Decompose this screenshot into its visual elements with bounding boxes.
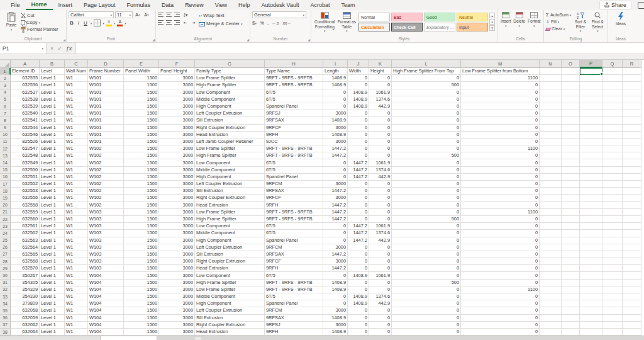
cell-G38[interactable]: Head Extrusion bbox=[195, 329, 265, 336]
cell-N19[interactable] bbox=[540, 195, 562, 201]
cell-J15[interactable]: 1447.2 bbox=[348, 167, 369, 174]
cell-J5[interactable]: 1408.9 bbox=[348, 96, 369, 103]
cell-O14[interactable] bbox=[562, 159, 580, 166]
cell-B26[interactable]: Level 1 bbox=[40, 244, 65, 251]
cell-E36[interactable]: 1500 bbox=[124, 315, 159, 322]
cell-F35[interactable]: 3000 bbox=[159, 307, 195, 314]
cell-D4[interactable]: W101 bbox=[88, 89, 124, 96]
cell-O18[interactable] bbox=[562, 188, 580, 195]
cell-J2[interactable]: 0 bbox=[348, 75, 369, 82]
cell-K37[interactable]: 0 bbox=[369, 322, 392, 329]
cell-C18[interactable]: W1 bbox=[65, 188, 88, 195]
cell-N13[interactable] bbox=[540, 152, 562, 159]
font-color-button[interactable]: A bbox=[117, 20, 123, 26]
cell-K13[interactable]: 0 bbox=[369, 152, 392, 159]
cell-M30[interactable]: 0 bbox=[461, 272, 540, 279]
cell-C12[interactable]: W1 bbox=[65, 145, 88, 152]
cell-R27[interactable] bbox=[623, 251, 641, 258]
cell-J28[interactable]: 0 bbox=[348, 258, 369, 265]
cell-E37[interactable]: 1500 bbox=[124, 322, 159, 329]
comments-icon[interactable] bbox=[638, 2, 644, 9]
wrap-text-button[interactable]: ↩ Wrap Text bbox=[199, 13, 242, 19]
row-header-22[interactable]: 22 bbox=[0, 216, 11, 223]
insert-cells-button[interactable]: Insert ▾ bbox=[499, 11, 512, 37]
cell-P33[interactable] bbox=[580, 293, 602, 300]
cell-A25[interactable]: 632563 bbox=[11, 237, 40, 244]
cell-L26[interactable]: 0 bbox=[392, 244, 461, 251]
cell-C7[interactable]: W1 bbox=[65, 110, 88, 117]
cell-K3[interactable]: 0 bbox=[369, 82, 392, 89]
cell-D32[interactable]: W104 bbox=[88, 286, 124, 293]
cell-P27[interactable] bbox=[580, 251, 602, 258]
cell-G13[interactable]: High Frame Splitter bbox=[195, 152, 265, 159]
cell-N27[interactable] bbox=[540, 251, 562, 258]
cell-L24[interactable]: 0 bbox=[392, 230, 461, 237]
cell-B4[interactable]: Level 1 bbox=[40, 89, 65, 96]
cell-J19[interactable]: 0 bbox=[348, 195, 369, 201]
cell-R1[interactable] bbox=[623, 68, 641, 75]
cell-G25[interactable]: High Component bbox=[195, 237, 265, 244]
cell-Q24[interactable] bbox=[602, 230, 623, 237]
cell-Q3[interactable] bbox=[602, 82, 623, 89]
cell-N22[interactable] bbox=[540, 216, 562, 223]
cell-C33[interactable]: W1 bbox=[65, 293, 88, 300]
cell-I24[interactable]: 0 bbox=[323, 230, 348, 237]
cell-style-explanatory-[interactable]: Explanatory ... bbox=[424, 23, 455, 31]
cell-J16[interactable]: 1447.2 bbox=[348, 174, 369, 181]
cell-E1[interactable]: Panel Width bbox=[124, 68, 159, 75]
cell-J13[interactable]: 0 bbox=[348, 152, 369, 159]
cell-Q38[interactable] bbox=[602, 329, 623, 336]
row-header-13[interactable]: 13 bbox=[0, 152, 11, 159]
cell-R14[interactable] bbox=[623, 159, 641, 166]
cell-R3[interactable] bbox=[623, 82, 641, 89]
cell-E33[interactable]: 1500 bbox=[124, 293, 159, 300]
cell-N34[interactable] bbox=[540, 300, 562, 307]
cell-F11[interactable]: 3000 bbox=[159, 139, 195, 145]
cell-O3[interactable] bbox=[562, 82, 580, 89]
cell-B37[interactable]: Level 1 bbox=[40, 322, 65, 329]
row-header-20[interactable]: 20 bbox=[0, 202, 11, 209]
decrease-decimal-button[interactable]: .00→ bbox=[282, 21, 291, 25]
cell-B30[interactable]: Level 1 bbox=[40, 272, 65, 279]
cell-B7[interactable]: Level 1 bbox=[40, 110, 65, 117]
cell-B27[interactable]: Level 1 bbox=[40, 251, 65, 258]
cell-A28[interactable]: 632568 bbox=[11, 258, 40, 265]
cell-P21[interactable] bbox=[580, 209, 602, 216]
cell-O2[interactable] bbox=[562, 75, 580, 82]
cell-J1[interactable]: Width bbox=[348, 68, 369, 75]
cell-E34[interactable]: 1500 bbox=[124, 300, 159, 307]
cell-Q1[interactable] bbox=[602, 68, 623, 75]
cell-K12[interactable]: 0 bbox=[369, 145, 392, 152]
cell-L8[interactable]: 0 bbox=[392, 117, 461, 124]
cell-R7[interactable] bbox=[623, 110, 641, 117]
cell-P17[interactable] bbox=[580, 181, 602, 188]
cell-Q6[interactable] bbox=[602, 103, 623, 110]
cell-C27[interactable]: W1 bbox=[65, 251, 88, 258]
cell-B32[interactable]: Level 1 bbox=[40, 286, 65, 293]
cell-I16[interactable]: 0 bbox=[323, 174, 348, 181]
cell-I10[interactable]: 1408.9 bbox=[323, 132, 348, 139]
cell-H33[interactable]: 6T/5 bbox=[265, 293, 323, 300]
cell-E10[interactable]: 1500 bbox=[124, 132, 159, 139]
cell-N10[interactable] bbox=[540, 132, 562, 139]
align-center-icon[interactable] bbox=[166, 20, 172, 25]
cell-E14[interactable]: 1500 bbox=[124, 159, 159, 166]
cell-K1[interactable]: Height bbox=[369, 68, 392, 75]
cell-H17[interactable]: 9RFCM bbox=[265, 181, 323, 188]
cell-N5[interactable] bbox=[540, 96, 562, 103]
cell-J24[interactable]: 1447.2 bbox=[348, 230, 369, 237]
cell-C8[interactable]: W1 bbox=[65, 117, 88, 124]
cell-F18[interactable]: 3000 bbox=[159, 188, 195, 195]
cell-A6[interactable]: 632539 bbox=[11, 103, 40, 110]
cell-F20[interactable]: 3000 bbox=[159, 202, 195, 209]
row-header-5[interactable]: 5 bbox=[0, 96, 11, 103]
cell-E29[interactable]: 1500 bbox=[124, 265, 159, 272]
cell-R2[interactable] bbox=[623, 75, 641, 82]
borders-icon[interactable] bbox=[94, 20, 101, 26]
cell-L32[interactable]: 0 bbox=[392, 286, 461, 293]
cell-Q33[interactable] bbox=[602, 293, 623, 300]
cell-J27[interactable]: 0 bbox=[348, 251, 369, 258]
cell-G18[interactable]: Sill Extrusion bbox=[195, 188, 265, 195]
row-header-23[interactable]: 23 bbox=[0, 223, 11, 230]
cell-M29[interactable]: 0 bbox=[461, 265, 540, 272]
